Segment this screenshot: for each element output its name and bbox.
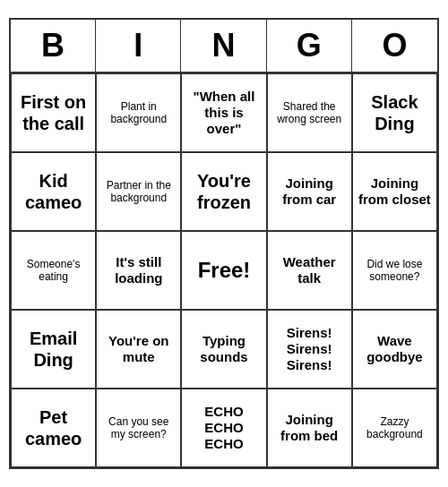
bingo-cell-23[interactable]: Joining from bed <box>267 389 352 467</box>
cell-text-22: ECHO ECHO ECHO <box>185 404 262 452</box>
bingo-cell-2[interactable]: "When all this is over" <box>181 73 266 152</box>
bingo-cell-16[interactable]: You're on mute <box>96 310 181 389</box>
bingo-cell-12[interactable]: Free! <box>181 231 266 310</box>
bingo-cell-17[interactable]: Typing sounds <box>181 310 266 389</box>
cell-text-10: Someone's eating <box>15 258 91 284</box>
cell-text-0: First on the call <box>15 91 91 134</box>
cell-text-16: You're on mute <box>100 333 177 365</box>
cell-text-6: Partner in the background <box>100 179 177 205</box>
bingo-header: BINGO <box>11 20 437 73</box>
bingo-cell-20[interactable]: Pet cameo <box>11 389 96 467</box>
cell-text-2: "When all this is over" <box>185 89 262 137</box>
bingo-cell-11[interactable]: It's still loading <box>96 231 181 310</box>
cell-text-1: Plant in background <box>100 100 177 126</box>
bingo-cell-1[interactable]: Plant in background <box>96 73 181 152</box>
cell-text-24: Zazzy background <box>357 415 433 441</box>
header-letter-i: I <box>96 20 181 72</box>
header-letter-o: O <box>352 20 437 72</box>
bingo-cell-19[interactable]: Wave goodbye <box>352 310 437 389</box>
cell-text-20: Pet cameo <box>15 406 91 449</box>
cell-text-14: Did we lose someone? <box>357 258 433 284</box>
cell-text-15: Email Ding <box>15 328 91 371</box>
cell-text-4: Slack Ding <box>357 91 433 134</box>
bingo-card: BINGO First on the callPlant in backgrou… <box>9 18 439 469</box>
bingo-cell-7[interactable]: You're frozen <box>181 152 266 231</box>
cell-text-3: Shared the wrong screen <box>271 100 348 126</box>
bingo-cell-13[interactable]: Weather talk <box>267 231 352 310</box>
bingo-cell-10[interactable]: Someone's eating <box>11 231 96 310</box>
bingo-cell-24[interactable]: Zazzy background <box>352 389 437 467</box>
bingo-cell-21[interactable]: Can you see my screen? <box>96 389 181 467</box>
bingo-cell-14[interactable]: Did we lose someone? <box>352 231 437 310</box>
bingo-cell-15[interactable]: Email Ding <box>11 310 96 389</box>
header-letter-b: B <box>11 20 96 72</box>
bingo-grid: First on the callPlant in background"Whe… <box>11 73 437 467</box>
cell-text-9: Joining from closet <box>357 175 433 208</box>
bingo-cell-3[interactable]: Shared the wrong screen <box>267 73 352 152</box>
cell-text-17: Typing sounds <box>185 333 262 365</box>
header-letter-n: N <box>181 20 266 72</box>
bingo-cell-22[interactable]: ECHO ECHO ECHO <box>181 389 266 467</box>
cell-text-18: Sirens! Sirens! Sirens! <box>271 325 348 373</box>
cell-text-13: Weather talk <box>271 254 348 286</box>
bingo-cell-9[interactable]: Joining from closet <box>352 152 437 231</box>
cell-text-12: Free! <box>198 258 251 284</box>
cell-text-7: You're frozen <box>185 170 262 213</box>
bingo-cell-0[interactable]: First on the call <box>11 73 96 152</box>
cell-text-5: Kid cameo <box>15 170 91 213</box>
cell-text-19: Wave goodbye <box>357 333 433 365</box>
header-letter-g: G <box>267 20 352 72</box>
bingo-cell-8[interactable]: Joining from car <box>267 152 352 231</box>
cell-text-21: Can you see my screen? <box>100 415 177 441</box>
bingo-cell-6[interactable]: Partner in the background <box>96 152 181 231</box>
bingo-cell-4[interactable]: Slack Ding <box>352 73 437 152</box>
bingo-cell-5[interactable]: Kid cameo <box>11 152 96 231</box>
cell-text-11: It's still loading <box>100 254 177 286</box>
cell-text-8: Joining from car <box>271 175 348 208</box>
cell-text-23: Joining from bed <box>271 412 348 444</box>
bingo-cell-18[interactable]: Sirens! Sirens! Sirens! <box>267 310 352 389</box>
